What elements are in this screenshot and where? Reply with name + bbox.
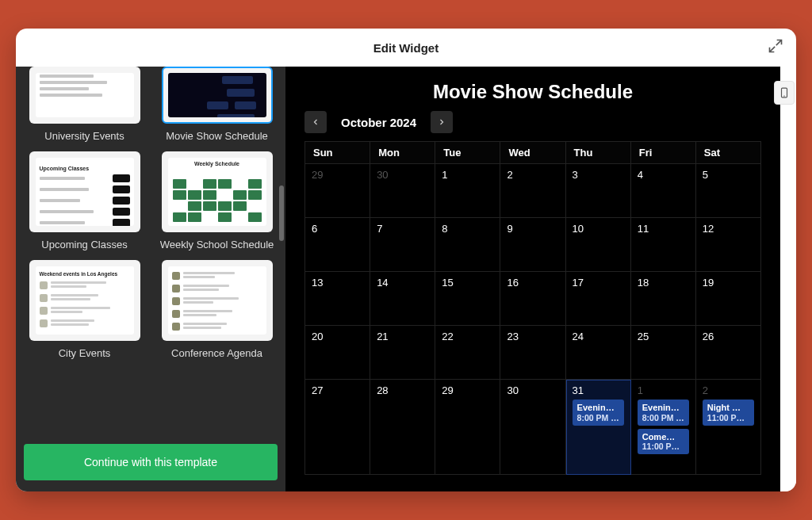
day-cell[interactable]: 9 <box>500 218 565 272</box>
modal-title: Edit Widget <box>373 41 439 55</box>
day-number: 16 <box>507 277 558 289</box>
day-number: 2 <box>507 169 558 181</box>
day-cell[interactable]: 11 <box>631 218 696 272</box>
event-time: 11:00 P… <box>642 442 684 451</box>
device-toggle[interactable] <box>774 81 795 105</box>
day-number: 6 <box>312 223 363 235</box>
template-thumb-conference-agenda[interactable] <box>162 260 273 341</box>
day-number: 28 <box>377 384 428 396</box>
calendar-widget-preview: Movie Show Schedule October 2024 SunMonT… <box>285 67 780 491</box>
template-card: University Events <box>24 67 145 142</box>
expand-icon <box>768 38 783 54</box>
calendar-grid: SunMonTueWedThuFriSat 293012345678910111… <box>304 141 761 475</box>
day-cell[interactable]: 29 <box>435 380 500 475</box>
day-cell[interactable]: 10 <box>566 218 631 272</box>
day-cell[interactable]: 4 <box>631 164 696 218</box>
event-time: 11:00 P… <box>707 413 749 422</box>
day-cell[interactable]: 30 <box>370 164 435 218</box>
month-label: October 2024 <box>341 116 416 129</box>
day-number: 27 <box>312 384 363 396</box>
next-month-button[interactable] <box>431 111 453 133</box>
day-header: Fri <box>631 142 696 164</box>
day-number: 25 <box>638 331 689 342</box>
day-number: 9 <box>507 223 558 235</box>
day-cell[interactable]: 13 <box>305 272 370 326</box>
day-cell[interactable]: 22 <box>435 326 500 380</box>
day-cell[interactable]: 16 <box>500 272 565 326</box>
day-cell[interactable]: 25 <box>631 326 696 380</box>
chevron-right-icon <box>437 117 446 127</box>
calendar-event[interactable]: Evenin…8:00 PM … <box>638 400 689 426</box>
continue-button[interactable]: Continue with this template <box>24 444 278 480</box>
day-cell[interactable]: 20 <box>305 326 370 380</box>
day-cell[interactable]: 17 <box>566 272 631 326</box>
day-number: 8 <box>442 223 493 235</box>
template-thumb-city-events[interactable]: Weekend events in Los Angeles <box>29 260 140 341</box>
template-card: Movie Show Schedule <box>156 67 278 142</box>
day-cell[interactable]: 28 <box>370 380 435 475</box>
day-cell[interactable]: 31Evenin…8:00 PM … <box>566 380 631 475</box>
day-number: 1 <box>638 384 689 396</box>
day-cell[interactable]: 15 <box>435 272 500 326</box>
template-thumb-university-events[interactable] <box>29 67 140 124</box>
day-cell[interactable]: 1Evenin…8:00 PM …Come…11:00 P… <box>631 380 696 475</box>
day-number: 26 <box>703 331 754 342</box>
day-cell[interactable]: 18 <box>631 272 696 326</box>
day-cell[interactable]: 24 <box>566 326 631 380</box>
day-number: 22 <box>442 331 493 342</box>
calendar-event[interactable]: Evenin…8:00 PM … <box>573 400 624 426</box>
day-number: 7 <box>377 223 428 235</box>
day-cell[interactable]: 27 <box>305 380 370 475</box>
day-number: 2 <box>703 384 754 396</box>
day-header: Wed <box>500 142 565 164</box>
day-cell[interactable]: 23 <box>500 326 565 380</box>
day-header: Sat <box>696 142 761 164</box>
day-cell[interactable]: 8 <box>435 218 500 272</box>
day-number: 18 <box>638 277 689 289</box>
day-cell[interactable]: 12 <box>696 218 761 272</box>
day-header: Mon <box>370 142 435 164</box>
day-cell[interactable]: 14 <box>370 272 435 326</box>
template-label: City Events <box>59 347 111 359</box>
day-number: 21 <box>377 331 428 342</box>
day-number: 10 <box>573 223 624 235</box>
day-cell[interactable]: 26 <box>696 326 761 380</box>
sidebar-scrollbar[interactable] <box>279 67 284 444</box>
prev-month-button[interactable] <box>304 111 327 133</box>
day-number: 20 <box>312 331 363 342</box>
day-number: 23 <box>507 331 558 342</box>
template-card: Conference Agenda <box>156 260 278 359</box>
day-number: 30 <box>507 384 558 396</box>
day-cell[interactable]: 19 <box>696 272 761 326</box>
continue-bar: Continue with this template <box>16 433 285 491</box>
expand-button[interactable] <box>768 38 787 57</box>
day-cell[interactable]: 21 <box>370 326 435 380</box>
template-thumb-movie-show-schedule[interactable] <box>162 67 273 124</box>
calendar-event[interactable]: Night …11:00 P… <box>703 400 754 426</box>
event-time: 8:00 PM … <box>577 413 619 422</box>
template-card: Weekly Schedule Weekly School Schedule <box>156 151 278 250</box>
event-time: 8:00 PM … <box>642 413 684 422</box>
template-card: Upcoming Classes Upcoming Classes <box>24 151 145 250</box>
chevron-left-icon <box>311 117 320 127</box>
template-gallery: University Events Movie <box>16 67 285 433</box>
day-cell[interactable]: 1 <box>435 164 500 218</box>
day-cell[interactable]: 30 <box>500 380 565 475</box>
day-number: 12 <box>703 223 754 235</box>
day-cell[interactable]: 2Night …11:00 P… <box>696 380 761 475</box>
day-cell[interactable]: 6 <box>305 218 370 272</box>
day-number: 11 <box>638 223 689 235</box>
day-cell[interactable]: 3 <box>566 164 631 218</box>
day-number: 14 <box>377 277 428 289</box>
day-cell[interactable]: 7 <box>370 218 435 272</box>
day-number: 1 <box>442 169 493 181</box>
calendar-event[interactable]: Come…11:00 P… <box>638 429 689 455</box>
day-cell[interactable]: 29 <box>305 164 370 218</box>
template-thumb-upcoming-classes[interactable]: Upcoming Classes <box>29 151 140 232</box>
day-header: Thu <box>566 142 631 164</box>
template-thumb-weekly-school-schedule[interactable]: Weekly Schedule <box>162 151 273 232</box>
day-cell[interactable]: 2 <box>500 164 565 218</box>
day-cell[interactable]: 5 <box>696 164 761 218</box>
day-number: 4 <box>638 169 689 181</box>
preview-pane: Movie Show Schedule October 2024 SunMonT… <box>285 67 796 491</box>
